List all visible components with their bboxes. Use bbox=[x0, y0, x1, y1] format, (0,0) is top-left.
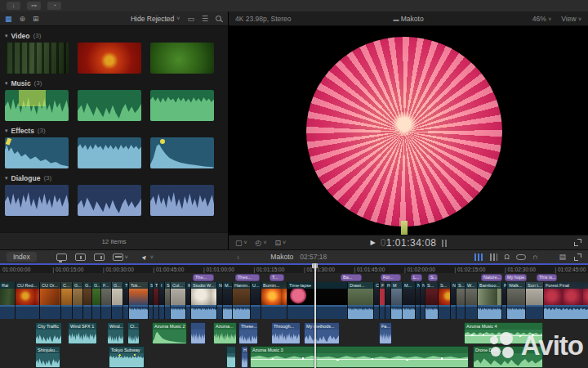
video-clip[interactable]: Rai bbox=[0, 282, 15, 319]
timeline-clip[interactable]: H bbox=[241, 346, 248, 368]
title-clip[interactable]: My hope... bbox=[505, 274, 527, 281]
index-button[interactable]: Index bbox=[7, 252, 37, 262]
solo-icon[interactable] bbox=[516, 254, 526, 260]
timeline-project-name[interactable]: Makoto bbox=[270, 253, 293, 261]
video-clip[interactable]: S... bbox=[439, 282, 450, 319]
audio-meters-icon[interactable] bbox=[474, 254, 483, 261]
title-clip[interactable]: T... bbox=[270, 274, 284, 281]
video-clip[interactable]: N bbox=[416, 282, 420, 319]
section-header[interactable]: ▾Music(3) bbox=[5, 78, 228, 88]
video-clip[interactable]: N bbox=[421, 282, 425, 319]
video-clip[interactable]: U... bbox=[251, 282, 261, 319]
title-clip[interactable]: Nature... bbox=[481, 274, 502, 281]
timeline-history-back-icon[interactable]: ‹ bbox=[237, 253, 239, 262]
zoom-dropdown[interactable]: 46% ˅ bbox=[532, 15, 551, 23]
media-thumbnail[interactable] bbox=[5, 185, 69, 216]
video-clip[interactable]: M bbox=[391, 282, 402, 319]
video-clip[interactable]: F... bbox=[101, 282, 111, 319]
video-clip[interactable]: N bbox=[451, 282, 456, 319]
section-header[interactable]: ▾Effects(3) bbox=[5, 125, 228, 136]
background-tasks-icon[interactable]: ◔ bbox=[47, 2, 61, 10]
overwrite-dropdown[interactable]: ˅ bbox=[113, 254, 128, 261]
disclosure-triangle-icon[interactable]: ▾ bbox=[5, 33, 8, 39]
snapping-icon[interactable]: ∩ bbox=[532, 253, 537, 261]
video-clip[interactable]: Drawi... bbox=[348, 282, 373, 319]
video-clip[interactable]: Time-lapse bbox=[287, 282, 347, 319]
media-thumbnail[interactable] bbox=[78, 185, 141, 216]
insert-clip-icon[interactable] bbox=[75, 254, 86, 261]
video-clip[interactable]: Walk... bbox=[507, 282, 525, 319]
append-clip-icon[interactable] bbox=[94, 254, 105, 261]
timeline-clip[interactable]: Drone Dark... bbox=[473, 346, 543, 368]
disclosure-triangle-icon[interactable]: ▾ bbox=[5, 80, 8, 87]
video-clip[interactable]: Sun t... bbox=[526, 282, 543, 319]
photos-audio-icon[interactable]: ⊛ bbox=[20, 11, 26, 26]
timeline-clip[interactable]: Azuma Music 4 bbox=[464, 322, 543, 344]
disclosure-triangle-icon[interactable]: ▾ bbox=[5, 175, 8, 182]
video-clip[interactable]: F bbox=[380, 282, 385, 319]
video-clip[interactable]: CU Red... bbox=[16, 282, 39, 319]
timeline-clip[interactable]: Shinjuku... bbox=[35, 346, 60, 368]
timeline-clip[interactable]: Azuma Music 2 bbox=[152, 322, 187, 344]
view-dropdown[interactable]: View ˅ bbox=[561, 15, 581, 23]
video-clip[interactable]: F bbox=[502, 282, 506, 319]
section-header[interactable]: ▾Video(3) bbox=[5, 30, 228, 41]
filter-dropdown[interactable]: Hide Rejected ˅ bbox=[131, 15, 180, 23]
video-clip[interactable]: S... bbox=[425, 282, 438, 319]
media-thumbnail[interactable] bbox=[150, 137, 214, 168]
video-clip[interactable]: S... bbox=[457, 282, 465, 319]
play-button[interactable]: ▶ bbox=[370, 239, 375, 246]
playhead[interactable] bbox=[314, 263, 316, 368]
timeline-expand-icon[interactable] bbox=[574, 254, 581, 261]
search-icon[interactable] bbox=[216, 16, 221, 21]
timeline-clip[interactable]: Azuma Music 3 bbox=[250, 346, 469, 368]
video-clip[interactable]: M... bbox=[223, 282, 232, 319]
timeline-clip[interactable]: City Traffic bbox=[35, 322, 62, 344]
list-view-icon[interactable]: ☰ bbox=[202, 11, 208, 26]
video-clip[interactable]: Hamm... bbox=[233, 282, 250, 319]
media-thumbnail[interactable] bbox=[150, 185, 214, 216]
filmstrip-view-icon[interactable]: ▭ bbox=[187, 11, 194, 26]
video-clip[interactable]: W bbox=[186, 282, 190, 319]
video-clip[interactable]: C bbox=[374, 282, 379, 319]
import-media-icon[interactable]: ↓ bbox=[7, 2, 20, 10]
connect-clip-icon[interactable] bbox=[56, 254, 67, 261]
timeline-clip[interactable]: Wind SFX 1 bbox=[68, 322, 97, 344]
timeline-clip[interactable]: Tokyo Subway bbox=[109, 346, 145, 368]
video-clip[interactable]: Tok... bbox=[129, 282, 148, 319]
video-clip[interactable]: W... bbox=[466, 282, 477, 319]
media-thumbnail[interactable] bbox=[150, 43, 214, 74]
audio-meters-mini-icon[interactable] bbox=[442, 239, 447, 247]
video-clip[interactable]: H bbox=[385, 282, 390, 319]
timeline-clip[interactable]: Through... bbox=[271, 322, 301, 344]
video-clip[interactable]: G... bbox=[73, 282, 82, 319]
media-thumbnail[interactable] bbox=[5, 90, 69, 121]
video-clip[interactable]: CU Or... bbox=[40, 282, 60, 319]
section-header[interactable]: ▾Dialogue(3) bbox=[5, 173, 228, 183]
video-clip[interactable]: G... bbox=[112, 282, 122, 319]
clip-appearance-icon[interactable]: ▤ bbox=[559, 253, 566, 261]
headphones-icon[interactable]: Ω bbox=[504, 253, 510, 261]
video-clip[interactable]: S bbox=[165, 282, 170, 319]
crop-tool-dropdown[interactable]: ▢ ˅ bbox=[235, 239, 247, 247]
title-clip[interactable]: Ba... bbox=[341, 274, 362, 281]
title-clip[interactable]: The... bbox=[193, 274, 214, 281]
timeline-clip[interactable]: Fa... bbox=[379, 322, 392, 344]
video-clip[interactable]: N bbox=[217, 282, 222, 319]
timeline-clip[interactable]: These... bbox=[238, 322, 258, 344]
audio-skimming-icon[interactable] bbox=[490, 254, 497, 261]
video-clip[interactable]: Burnin... bbox=[261, 282, 287, 319]
title-clip[interactable]: This is... bbox=[537, 274, 557, 281]
media-thumbnail[interactable] bbox=[150, 90, 214, 121]
disclosure-triangle-icon[interactable]: ▾ bbox=[5, 128, 8, 134]
video-clip[interactable]: C... bbox=[61, 282, 72, 319]
effects-browser-icon[interactable]: ⊞ bbox=[33, 11, 39, 26]
timeline-clip[interactable] bbox=[226, 346, 236, 368]
video-clip[interactable]: Forest Final bbox=[544, 282, 588, 319]
transform-dropdown[interactable]: ⊡ ˅ bbox=[275, 239, 287, 247]
title-clip[interactable]: S... bbox=[428, 274, 438, 281]
media-thumbnail[interactable] bbox=[78, 137, 141, 168]
video-clip[interactable]: S bbox=[149, 282, 153, 319]
media-thumbnail[interactable] bbox=[5, 137, 69, 168]
timeline-clip[interactable]: Cl... bbox=[127, 322, 140, 344]
